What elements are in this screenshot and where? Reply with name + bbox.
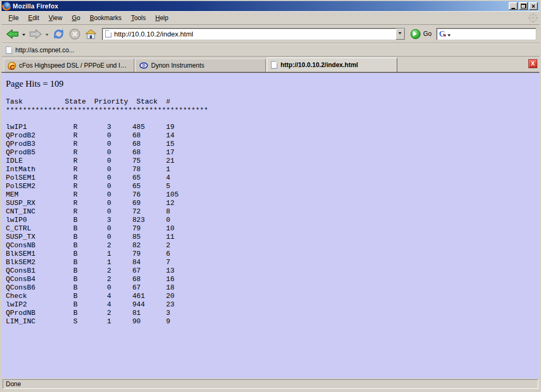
navigation-toolbar: Go G	[2, 25, 539, 43]
stop-button[interactable]	[68, 27, 82, 41]
menu-view[interactable]: View	[44, 13, 67, 23]
page-icon	[271, 61, 277, 69]
titlebar[interactable]: Mozilla Firefox ×	[2, 1, 539, 11]
cfos-site-icon	[8, 62, 16, 70]
tab-label: Dynon Instruments	[151, 62, 204, 69]
restore-button[interactable]	[519, 2, 528, 10]
statusbar: Done	[2, 378, 539, 390]
bookmarks-toolbar: http://as.cmpnet.co...	[2, 43, 539, 57]
tab-label: cFos Highspeed DSL / PPPoE und ISDN CAP.…	[19, 62, 130, 69]
window-controls: ×	[509, 2, 538, 10]
firefox-window: Mozilla Firefox × File Edit View Go Book…	[0, 0, 541, 392]
back-button[interactable]	[5, 27, 20, 41]
url-dropdown-button[interactable]	[396, 29, 405, 40]
chevron-down-icon	[398, 32, 402, 36]
restore-icon	[521, 4, 526, 8]
menu-help[interactable]: Help	[151, 13, 173, 23]
forward-history-dropdown[interactable]	[45, 34, 49, 38]
back-arrow-icon	[6, 29, 19, 40]
home-button[interactable]	[83, 27, 98, 41]
search-bar[interactable]: G	[436, 28, 536, 40]
task-table: Task State Priority Stack # ************…	[6, 98, 539, 326]
menu-bookmarks[interactable]: Bookmarks	[85, 13, 126, 23]
stop-icon	[69, 28, 81, 40]
google-logo-icon: G	[439, 30, 446, 39]
close-button[interactable]: ×	[529, 2, 538, 10]
go-label: Go	[423, 30, 432, 38]
reload-icon	[52, 28, 65, 40]
go-icon	[411, 29, 421, 39]
search-engine-dropdown[interactable]	[447, 34, 451, 38]
menu-edit[interactable]: Edit	[23, 13, 44, 23]
tab-dynon[interactable]: D Dynon Instruments	[135, 59, 266, 72]
tab-index-html-active[interactable]: http://10.0.10.2/index.html	[267, 58, 397, 72]
url-bar[interactable]	[102, 28, 405, 40]
status-text: Done	[3, 379, 538, 389]
go-button[interactable]: Go	[409, 29, 435, 39]
home-icon	[85, 29, 97, 40]
minimize-button[interactable]	[509, 2, 518, 10]
menubar: File Edit View Go Bookmarks Tools Help	[2, 11, 539, 25]
back-history-dropdown[interactable]	[22, 34, 25, 38]
forward-arrow-icon	[29, 29, 42, 40]
bookmark-page-icon	[6, 46, 12, 54]
page-icon	[105, 30, 111, 38]
tab-label: http://10.0.10.2/index.html	[281, 61, 358, 69]
firefox-app-icon	[3, 2, 11, 10]
dynon-site-icon: D	[139, 62, 148, 69]
tab-bar: cFos Highspeed DSL / PPPoE und ISDN CAP.…	[2, 57, 539, 73]
menu-go[interactable]: Go	[67, 13, 85, 23]
window-title: Mozilla Firefox	[13, 3, 507, 10]
close-tab-button[interactable]: X	[528, 59, 537, 68]
bookmark-item[interactable]: http://as.cmpnet.co...	[15, 46, 74, 54]
search-input[interactable]	[452, 30, 534, 38]
url-input[interactable]	[114, 29, 393, 40]
page-content: Page Hits = 109 Task State Priority Stac…	[2, 73, 539, 378]
forward-button[interactable]	[28, 27, 43, 41]
reload-button[interactable]	[51, 27, 66, 41]
tab-cfos[interactable]: cFos Highspeed DSL / PPPoE und ISDN CAP.…	[4, 59, 134, 72]
menu-file[interactable]: File	[4, 13, 23, 23]
minimize-icon	[511, 8, 515, 9]
page-hits-text: Page Hits = 109	[6, 79, 539, 89]
throbber-icon	[532, 17, 534, 19]
svg-text:G: G	[439, 30, 445, 38]
menu-tools[interactable]: Tools	[126, 13, 151, 23]
